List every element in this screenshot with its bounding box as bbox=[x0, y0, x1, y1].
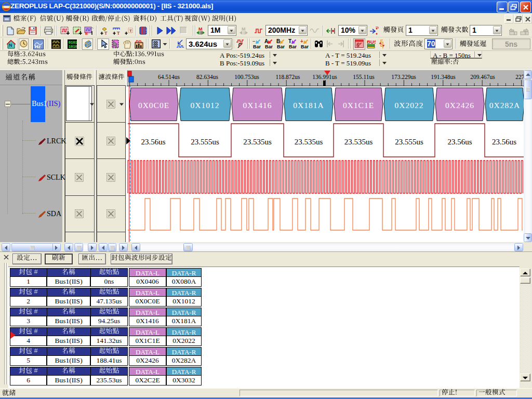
svg-text:0X0C0E: 0X0C0E bbox=[138, 101, 169, 110]
svg-text:191.348us: 191.348us bbox=[431, 74, 456, 80]
svg-text:T: T bbox=[104, 31, 108, 35]
svg-text:–: – bbox=[252, 39, 256, 44]
svg-text:173.229us: 173.229us bbox=[391, 74, 416, 80]
svg-text:209.467us: 209.467us bbox=[470, 74, 495, 80]
svg-text:100.753us: 100.753us bbox=[234, 74, 259, 80]
svg-text:N: N bbox=[9, 43, 12, 48]
svg-text:118.872us: 118.872us bbox=[275, 74, 300, 80]
svg-text:23.535us: 23.535us bbox=[243, 138, 272, 146]
svg-text:1010: 1010 bbox=[69, 45, 77, 49]
svg-text:0X2022: 0X2022 bbox=[395, 101, 424, 110]
svg-text:Bar: Bar bbox=[289, 44, 297, 49]
svg-text:A: A bbox=[264, 39, 268, 44]
svg-text:23.535us: 23.535us bbox=[295, 138, 323, 146]
svg-text:Bar: Bar bbox=[301, 44, 309, 49]
svg-text:E: E bbox=[85, 31, 88, 35]
svg-text:23.555us: 23.555us bbox=[395, 138, 423, 146]
svg-text:23.535us: 23.535us bbox=[344, 138, 373, 146]
svg-text:23.56us: 23.56us bbox=[141, 138, 165, 146]
svg-text:T: T bbox=[129, 29, 132, 33]
svg-text:0101: 0101 bbox=[69, 41, 77, 45]
svg-text:B: B bbox=[276, 39, 280, 44]
svg-text:64.514us: 64.514us bbox=[158, 74, 180, 80]
svg-text:0X2426: 0X2426 bbox=[445, 101, 474, 110]
svg-text:Hz: Hz bbox=[35, 44, 41, 49]
svg-text:T: T bbox=[288, 39, 291, 44]
svg-text:0X1C1E: 0X1C1E bbox=[343, 101, 374, 110]
svg-text:23.555us: 23.555us bbox=[191, 138, 219, 146]
svg-text:136.991us: 136.991us bbox=[312, 74, 337, 80]
svg-text:Bar: Bar bbox=[253, 44, 261, 49]
svg-text:BUS: BUS bbox=[367, 39, 376, 45]
svg-text:Bar: Bar bbox=[277, 44, 285, 49]
svg-text:155.11us: 155.11us bbox=[353, 74, 375, 80]
svg-text:+: + bbox=[300, 39, 303, 44]
svg-text:0X282A: 0X282A bbox=[489, 101, 520, 110]
svg-text:23.56us: 23.56us bbox=[447, 138, 472, 146]
svg-text:0X1012: 0X1012 bbox=[191, 101, 220, 110]
svg-text:Bar: Bar bbox=[265, 44, 273, 49]
svg-text:23.56us: 23.56us bbox=[492, 138, 516, 146]
svg-text:227.58: 227.58 bbox=[515, 74, 524, 80]
svg-text:T: T bbox=[117, 31, 120, 35]
svg-text:M: M bbox=[198, 26, 203, 32]
svg-text:0X181A: 0X181A bbox=[293, 101, 324, 110]
svg-text:0X1416: 0X1416 bbox=[243, 101, 272, 110]
svg-text:82.634us: 82.634us bbox=[196, 74, 218, 80]
svg-text:M: M bbox=[242, 26, 246, 32]
